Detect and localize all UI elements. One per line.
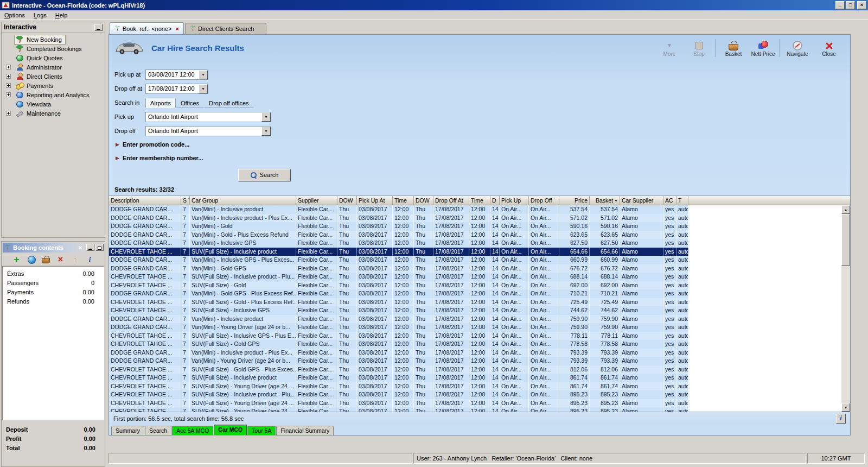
results-row[interactable]: CHEVROLET TAHOE ...7SUV(Full Size) - Gol… xyxy=(109,340,688,349)
bottom-tab[interactable]: Search xyxy=(145,426,171,435)
booking-content-row[interactable]: Refunds 0.00 xyxy=(3,296,104,306)
column-header-car-supplier[interactable]: Car Supplier xyxy=(620,196,663,205)
globe-icon[interactable] xyxy=(27,255,36,264)
dropoff-location-field[interactable]: Orlando Intl Airport ▼ xyxy=(145,126,271,136)
column-header-description[interactable]: Description xyxy=(109,196,181,205)
results-row[interactable]: CHEVROLET TAHOE ...7SUV(Full Size) - Inc… xyxy=(109,374,688,382)
column-header-pick-up[interactable]: Pick Up xyxy=(500,196,529,205)
results-row[interactable]: DODGE GRAND CAR...7Van(Mini) - Gold GPSF… xyxy=(109,264,688,273)
results-row[interactable]: CHEVROLET TAHOE ...7SUV(Full Size) - Inc… xyxy=(109,306,688,315)
sidebar-item[interactable]: Direct Clients xyxy=(2,72,105,81)
menu-item[interactable]: Help xyxy=(51,11,72,20)
expand-icon[interactable] xyxy=(6,111,11,116)
results-row[interactable]: CHEVROLET TAHOE ...7SUV(Full Size) - You… xyxy=(109,407,688,412)
scroll-track[interactable] xyxy=(841,266,850,403)
results-row[interactable]: DODGE GRAND CAR...7Van(Mini) - Young Dri… xyxy=(109,323,688,332)
toolbar-button[interactable]: Basket xyxy=(719,39,748,57)
column-header-drop-off-at[interactable]: Drop Off At xyxy=(433,196,469,205)
sidebar-item[interactable]: Completed Bookings xyxy=(2,44,105,53)
results-row[interactable]: CHEVROLET TAHOE ...7SUV(Full Size) - You… xyxy=(109,399,688,408)
sidebar-item[interactable]: Reporting and Analytics xyxy=(2,90,105,99)
sidebar-item[interactable]: Viewdata xyxy=(2,99,105,109)
delete-icon[interactable] xyxy=(56,255,65,264)
expand-icon[interactable] xyxy=(6,74,11,79)
results-row[interactable]: DODGE GRAND CAR...7Van(Mini) - Inclusive… xyxy=(109,256,688,264)
vertical-scrollbar[interactable]: ▲ ▼ xyxy=(841,196,850,412)
search-in-tab[interactable]: Drop off offices xyxy=(204,98,254,108)
results-row[interactable]: CHEVROLET TAHOE ...7SUV(Full Size) - Inc… xyxy=(109,273,688,281)
move-up-icon[interactable] xyxy=(71,255,80,264)
dropdown-arrow-icon[interactable]: ▼ xyxy=(261,127,271,136)
scroll-down-button[interactable]: ▼ xyxy=(841,403,850,412)
column-header-t[interactable]: T xyxy=(676,196,688,205)
toolbar-button[interactable]: Close xyxy=(814,39,844,57)
pickup-at-field[interactable]: 03/08/2017 12:00 ▼ xyxy=(145,70,208,80)
results-row[interactable]: DODGE GRAND CAR...7Van(Mini) - Inclusive… xyxy=(109,205,688,214)
expand-icon[interactable] xyxy=(6,65,11,70)
add-icon[interactable] xyxy=(12,255,21,264)
results-row[interactable]: DODGE GRAND CAR...7Van(Mini) - GoldFlexi… xyxy=(109,222,688,231)
search-in-tab[interactable]: Airports xyxy=(145,98,176,108)
results-row[interactable]: DODGE GRAND CAR...7Van(Mini) - Gold - Pl… xyxy=(109,231,688,239)
column-header-dow-2[interactable]: DOW xyxy=(414,196,433,205)
results-row[interactable]: DODGE GRAND CAR...7Van(Mini) - Inclusive… xyxy=(109,315,688,324)
column-header-price[interactable]: Price xyxy=(559,196,590,205)
bottom-tab[interactable]: Car MCO xyxy=(214,425,247,435)
column-header-drop-off[interactable]: Drop Off xyxy=(529,196,559,205)
sidebar-item[interactable]: New Booking xyxy=(2,35,105,44)
minimize-panel-button[interactable] xyxy=(86,244,94,251)
toolbar-button[interactable]: More xyxy=(655,39,684,57)
dropoff-at-field[interactable]: 17/08/2017 12:00 ▼ xyxy=(145,84,208,94)
column-header-car-group[interactable]: Car Group xyxy=(190,196,296,205)
workspace-tab[interactable]: Book. ref.: <none> × xyxy=(110,22,184,34)
column-header-supplier[interactable]: Supplier xyxy=(296,196,337,205)
results-row[interactable]: CHEVROLET TAHOE ...7SUV(Full Size) - Gol… xyxy=(109,281,688,290)
results-row[interactable]: CHEVROLET TAHOE ...7SUV(Full Size) - Gol… xyxy=(109,365,688,374)
pickup-location-field[interactable]: Orlando Intl Airport ▼ xyxy=(145,112,271,122)
sidebar-item[interactable]: Quick Quotes xyxy=(2,53,105,62)
results-row[interactable]: DODGE GRAND CAR...7Van(Mini) - Inclusive… xyxy=(109,214,688,223)
workspace-tab[interactable]: Direct Clients Search × xyxy=(185,23,266,34)
membership-number-expander[interactable]: ▶ Enter membership number... xyxy=(114,151,850,165)
bottom-tab[interactable]: Summary xyxy=(111,426,144,435)
expand-icon[interactable] xyxy=(6,83,11,88)
results-row[interactable]: CHEVROLET TAHOE ...7SUV(Full Size) - You… xyxy=(109,382,688,391)
sidebar-item[interactable]: Maintenance xyxy=(2,109,105,118)
toolbar-button[interactable]: Stop xyxy=(686,39,716,57)
info-icon[interactable] xyxy=(86,255,94,264)
results-row[interactable]: CHEVROLET TAHOE ...7SUV(Full Size) - Inc… xyxy=(109,248,688,256)
bottom-tab[interactable]: Acc 5A MCO xyxy=(172,426,213,435)
expand-icon[interactable] xyxy=(6,92,11,97)
menu-item[interactable]: Options xyxy=(0,11,29,20)
search-in-tab[interactable]: Offices xyxy=(176,98,204,108)
column-header-s[interactable]: S xyxy=(181,196,190,205)
bottom-tab[interactable]: Tour 5A xyxy=(247,426,276,435)
results-row[interactable]: CHEVROLET TAHOE ...7SUV(Full Size) - Inc… xyxy=(109,390,688,399)
column-header-time-2[interactable]: Time xyxy=(469,196,490,205)
scroll-thumb[interactable] xyxy=(841,214,850,266)
search-button[interactable]: Search xyxy=(238,169,291,181)
maximize-button[interactable]: □ xyxy=(846,1,855,9)
booking-content-row[interactable]: Payments 0.00 xyxy=(3,287,104,296)
toolbar-button[interactable]: Navigate xyxy=(783,39,812,57)
sidebar-item[interactable]: Administrator xyxy=(2,62,105,72)
results-row[interactable]: DODGE GRAND CAR...7Van(Mini) - Gold GPS … xyxy=(109,289,688,298)
column-header-ac[interactable]: AC xyxy=(663,196,676,205)
dropdown-arrow-icon[interactable]: ▼ xyxy=(199,84,208,93)
column-header-d[interactable]: D xyxy=(490,196,500,205)
booking-content-row[interactable]: Passengers 0 xyxy=(3,278,104,287)
column-header-dow-1[interactable]: DOW xyxy=(337,196,357,205)
close-tab-icon[interactable]: × xyxy=(176,26,179,32)
results-row[interactable]: DODGE GRAND CAR...7Van(Mini) - Inclusive… xyxy=(109,349,688,357)
dropdown-arrow-icon[interactable]: ▼ xyxy=(199,70,208,79)
results-row[interactable]: CHEVROLET TAHOE ...7SUV(Full Size) - Gol… xyxy=(109,298,688,307)
results-row[interactable]: DODGE GRAND CAR...7Van(Mini) - Young Dri… xyxy=(109,357,688,365)
close-button[interactable]: × xyxy=(857,1,866,9)
promotion-code-expander[interactable]: ▶ Enter promotion code... xyxy=(114,138,850,151)
close-panel-icon[interactable]: × xyxy=(78,244,83,251)
results-row[interactable]: DODGE GRAND CAR...7Van(Mini) - Inclusive… xyxy=(109,239,688,248)
menu-item[interactable]: Logs xyxy=(29,11,51,20)
column-header-time-1[interactable]: Time xyxy=(393,196,414,205)
scroll-up-button[interactable]: ▲ xyxy=(841,205,850,214)
restore-panel-button[interactable] xyxy=(95,244,104,251)
